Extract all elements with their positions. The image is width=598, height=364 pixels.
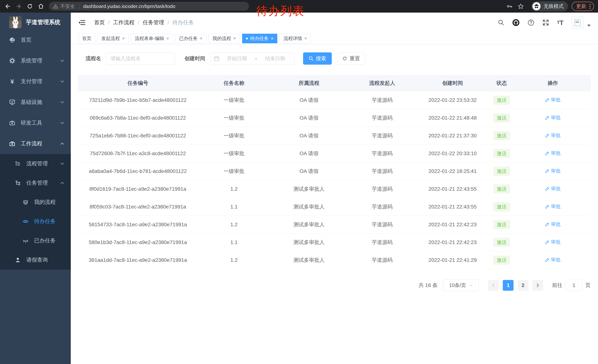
end-date-placeholder[interactable]: 结束日期 [258,55,293,62]
home-icon[interactable] [37,2,45,11]
breadcrumb-home[interactable]: 首页 [94,19,105,26]
breadcrumb-task-management[interactable]: 任务管理 [143,19,164,26]
help-icon[interactable] [527,19,534,26]
approve-link[interactable]: 审批 [545,203,561,210]
cell-process: OA 请假 [270,97,348,104]
back-icon[interactable] [3,2,12,11]
update-label[interactable]: 更新 [576,3,586,10]
sidebar-item-task-management[interactable]: 任务管理 [0,173,71,193]
cell-created: 2022-01-21 22:43:55 [416,204,489,210]
key-icon[interactable] [505,2,514,11]
tab-done-tasks[interactable]: 已办任务× [175,34,207,43]
sidebar-item-process-management[interactable]: 流程管理 [0,154,71,173]
chrome-menu-icon[interactable] [589,3,591,9]
chevron-down-icon [469,284,473,286]
breadcrumb-workflow[interactable]: 工作流程 [113,19,134,26]
page-unit-label: 页 [585,282,590,289]
sidebar-logo-row[interactable]: 芋道管理系统 [0,13,71,29]
app-title: 芋道管理系统 [26,18,60,26]
tab-home[interactable]: 首页 [78,34,95,43]
prev-page-button[interactable] [488,280,499,291]
tab-form-edit[interactable]: 流程表单-编辑× [131,34,173,43]
list-icon [14,161,22,167]
approve-link[interactable]: 审批 [545,186,561,192]
cell-process: 测试多审批人 [270,203,348,210]
next-page-button[interactable] [532,280,543,291]
avatar[interactable] [571,16,583,29]
sidebar-item-home[interactable]: 首页 [0,30,71,50]
cell-initiator: 芋道源码 [348,239,416,246]
app-header: 首页 / 工作流程 / 任务管理 / 待办任务 TT [71,13,598,32]
pagination: 共 16 条 10条/页 1 2 前往 页 [71,279,590,291]
sidebar-item-infrastructure[interactable]: 基础设施 [0,92,71,113]
cell-task-name: 1.1 [198,204,270,210]
sidebar-collapse-icon[interactable] [79,20,86,25]
page-1-button[interactable]: 1 [503,280,514,291]
cell-task-name: 一级审批 [198,150,270,157]
update-button[interactable]: 更新 [572,2,594,11]
reset-button[interactable]: 重置 [337,52,365,65]
cell-process: 测试多审批人 [270,257,348,264]
date-range-picker[interactable]: 开始日期 - 结束日期 [210,52,295,65]
tab-my-process[interactable]: 我的流程× [208,34,240,43]
todo-table: 任务编号 任务名称 所属流程 流程发起人 创建时间 状态 操作 73211d9d… [78,75,591,269]
start-date-placeholder[interactable]: 开始日期 [220,55,255,62]
page-size-select[interactable]: 10条/页 [443,279,479,291]
cell-created: 2022-01-21 22:41:29 [416,257,489,263]
tag-views-bar: 首页 发起流程× 流程表单-编辑× 已办任务× 我的流程× 待办任务× 流程详情… [71,32,598,44]
cell-process: OA 请假 [270,114,348,121]
cell-created: 2022-01-22 18:25:41 [416,168,489,174]
sidebar: 芋道管理系统 首页 系统管理 ¥ 支付管理 [0,13,71,364]
approve-link[interactable]: 审批 [545,114,561,121]
table-row: 73211d9d-7b9b-11ec-b5b7-acde48001122 一级审… [78,91,591,109]
sidebar-item-todo-tasks[interactable]: 待办任务 [0,212,71,231]
cell-initiator: 芋道源码 [348,203,416,210]
search-button[interactable]: 搜索 [303,52,332,65]
github-icon[interactable] [512,19,520,26]
close-icon[interactable]: × [271,36,274,41]
goto-page-input[interactable] [565,280,582,291]
approve-link[interactable]: 审批 [545,257,561,263]
approve-link[interactable]: 审批 [545,150,561,156]
approve-link[interactable]: 审批 [545,239,561,245]
forward-icon[interactable] [15,2,23,11]
process-name-input[interactable] [106,52,175,65]
close-icon[interactable]: × [200,36,203,41]
fullscreen-icon[interactable] [542,19,549,26]
page-2-button[interactable]: 2 [518,280,528,291]
caret-down-icon[interactable] [587,25,590,27]
reload-icon[interactable] [25,2,34,11]
security-label[interactable]: 不安全 [60,3,75,10]
close-icon[interactable]: × [166,36,169,41]
approve-link[interactable]: 审批 [545,97,561,103]
approve-link[interactable]: 审批 [545,168,561,174]
incognito-badge[interactable]: 无痕模式 [531,1,568,11]
url-text[interactable]: dashboard.yudao.iocoder.cn/bpm/task/todo [83,4,175,9]
sidebar-item-leave-query[interactable]: 请假查询 [0,250,71,270]
search-icon[interactable] [498,19,505,26]
total-count: 共 16 条 [418,282,438,289]
tab-process-detail[interactable]: 流程详情× [280,34,311,43]
approve-link[interactable]: 审批 [545,221,561,227]
edit-icon [545,187,549,191]
sidebar-item-payment[interactable]: ¥ 支付管理 [0,71,71,92]
cell-task-name: 1.2 [198,222,270,227]
calendar-icon [214,56,220,61]
bookmark-star-icon[interactable] [516,2,525,11]
sidebar-item-my-process[interactable]: 我的流程 [0,193,71,212]
sidebar-item-devtools[interactable]: 研发工具 [0,113,71,133]
sidebar-item-done-tasks[interactable]: 已办任务 [0,231,71,250]
tab-todo-tasks[interactable]: 待办任务× [242,34,277,43]
cell-task-id: 75d72608-7b7f-11ec-a3c8-acde48001122 [78,151,198,156]
url-bar[interactable]: 不安全 dashboard.yudao.iocoder.cn/bpm/task/… [49,2,249,11]
sidebar-item-workflow[interactable]: 工作流程 [0,133,71,154]
close-icon[interactable]: × [304,36,307,41]
font-size-icon[interactable]: TT [557,19,564,26]
sidebar-item-system[interactable]: 系统管理 [0,50,71,71]
tab-start-process[interactable]: 发起流程× [98,34,129,43]
approve-link[interactable]: 审批 [545,132,561,139]
close-icon[interactable]: × [122,36,125,41]
close-icon[interactable]: × [233,36,236,41]
broken-image-icon [573,19,581,26]
cell-task-id: 580e1b3d-7ac8-11ec-a9e2-a2380e71991a [78,239,198,245]
